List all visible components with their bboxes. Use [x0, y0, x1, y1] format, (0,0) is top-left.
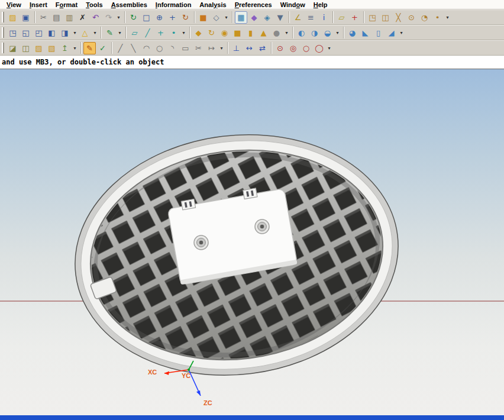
curve-dropdown-arrow[interactable]: ▾ [218, 42, 225, 54]
circle-three-point-icon[interactable]: ○ [300, 42, 312, 54]
finish-sketch-icon[interactable]: ✓ [96, 42, 109, 54]
view-front-icon[interactable]: ◧ [46, 27, 58, 39]
offset-surface-icon[interactable]: ↥ [59, 42, 71, 54]
snap-end-point-icon[interactable]: ◳ [366, 11, 379, 24]
ellipse-icon[interactable]: ◯ [313, 42, 325, 54]
sketch-active-icon[interactable]: ✎ [83, 42, 96, 54]
copy-icon[interactable]: ▤ [50, 11, 63, 24]
shaded-display-icon[interactable]: ■ [197, 11, 209, 24]
cut-icon[interactable]: ✂ [37, 11, 50, 24]
menu-format[interactable]: Format [51, 1, 82, 9]
graphics-window[interactable]: XC YC ZC [0, 69, 504, 415]
zoom-icon[interactable]: ⊕ [153, 11, 166, 24]
view-isometric-icon[interactable]: ◱ [20, 27, 32, 39]
part-model[interactable] [61, 117, 412, 393]
extrude-icon[interactable]: ◆ [192, 27, 205, 39]
chamfer-icon[interactable]: ◣ [359, 27, 371, 39]
save-icon[interactable]: ▣ [20, 11, 32, 24]
view-right-icon[interactable]: ◨ [59, 27, 71, 39]
open-icon[interactable]: ▨ [7, 11, 19, 24]
class-selection-icon[interactable]: ◈ [261, 11, 273, 24]
fit-view-icon[interactable]: □ [140, 11, 153, 24]
menu-insert[interactable]: Insert [25, 1, 51, 9]
trim-body-icon[interactable]: ◪ [7, 42, 19, 54]
paste-icon[interactable]: ▥ [63, 11, 76, 24]
view-trimetric-icon[interactable]: ◳ [7, 27, 19, 39]
draft-icon[interactable]: ◢ [385, 27, 398, 39]
command-dropdown-arrow[interactable]: ▾ [115, 11, 122, 24]
layer-settings-icon[interactable]: ≡ [305, 11, 317, 24]
datum-axis-icon[interactable]: ╱ [141, 27, 154, 39]
point-icon[interactable]: • [167, 27, 180, 39]
alert-triangle-icon[interactable]: △ [79, 27, 91, 39]
delete-icon[interactable]: ✗ [76, 11, 89, 24]
snap-point-icon[interactable]: ◆ [248, 11, 260, 24]
sphere-icon[interactable]: ● [270, 27, 283, 39]
view-top-icon[interactable]: ◰ [33, 27, 45, 39]
cone-icon[interactable]: ▲ [257, 27, 270, 39]
patch-icon[interactable]: ▨ [33, 42, 45, 54]
rotate-view-icon[interactable]: ↻ [179, 11, 192, 24]
sew-icon[interactable]: ▧ [46, 42, 58, 54]
menu-assemblies[interactable]: Assemblies [107, 1, 151, 9]
detail-dropdown-arrow[interactable]: ▾ [398, 27, 405, 39]
refresh-view-icon[interactable]: ↻ [127, 11, 140, 24]
dimensions-icon[interactable]: ↔ [243, 42, 256, 54]
menu-window[interactable]: Window [276, 1, 309, 9]
sketch-icon[interactable]: ✎ [104, 27, 116, 39]
block-icon[interactable]: ■ [231, 27, 244, 39]
split-body-icon[interactable]: ◫ [20, 42, 32, 54]
shell-icon[interactable]: ▯ [372, 27, 385, 39]
toolbar-grip[interactable] [2, 27, 4, 38]
alert-dropdown-arrow[interactable]: ▾ [92, 27, 98, 39]
fillet-icon[interactable]: ◝ [166, 42, 179, 54]
unite-icon[interactable]: ◐ [295, 27, 308, 39]
intersect-icon[interactable]: ◒ [321, 27, 334, 39]
measure-distance-icon[interactable]: ∠ [292, 11, 304, 24]
redo-icon[interactable]: ↷ [102, 11, 115, 24]
snap-center-icon[interactable]: ⊙ [405, 11, 418, 24]
feature-dropdown-arrow[interactable]: ▾ [283, 27, 290, 39]
circle-center-radius-icon[interactable]: ⊙ [274, 42, 286, 54]
toolbar-grip[interactable] [2, 12, 4, 22]
line-icon[interactable]: ╲ [127, 42, 140, 54]
wireframe-display-icon[interactable]: ◇ [210, 11, 222, 24]
quick-extend-icon[interactable]: ↦ [205, 42, 218, 54]
datum-csys-icon[interactable]: + [154, 27, 167, 39]
display-mode-dropdown-arrow[interactable]: ▾ [223, 11, 230, 24]
snap-quadrant-icon[interactable]: ◔ [418, 11, 431, 24]
boolean-dropdown-arrow[interactable]: ▾ [334, 27, 341, 39]
snap-dropdown-arrow[interactable]: ▾ [444, 11, 451, 24]
rectangle-icon[interactable]: ▭ [179, 42, 192, 54]
circle-two-point-icon[interactable]: ◎ [287, 42, 299, 54]
datum-plane-icon[interactable]: ▱ [128, 27, 141, 39]
edge-blend-icon[interactable]: ◕ [346, 27, 358, 39]
snap-existing-point-icon[interactable]: • [431, 11, 444, 24]
arc-icon[interactable]: ◠ [140, 42, 153, 54]
menu-help[interactable]: Help [309, 1, 332, 9]
undo-icon[interactable]: ↶ [89, 11, 102, 24]
quick-trim-icon[interactable]: ✂ [192, 42, 205, 54]
selection-mode-icon[interactable]: ▦ [235, 11, 247, 24]
constraints-icon[interactable]: ⊥ [230, 42, 243, 54]
menu-analysis[interactable]: Analysis [195, 1, 230, 9]
snap-intersection-icon[interactable]: ╳ [392, 11, 405, 24]
selection-filter-icon[interactable]: ▼ [274, 11, 286, 24]
surface-dropdown-arrow[interactable]: ▾ [72, 42, 78, 54]
view-orient-dropdown-arrow[interactable]: ▾ [72, 27, 78, 39]
auto-constrain-icon[interactable]: ⇄ [256, 42, 269, 54]
snap-mid-point-icon[interactable]: ◫ [379, 11, 392, 24]
profile-icon[interactable]: ╱ [114, 42, 127, 54]
sketch-dropdown-arrow[interactable]: ▾ [117, 27, 123, 39]
wcs-display-icon[interactable]: + [348, 11, 361, 24]
circle-icon[interactable]: ○ [153, 42, 166, 54]
subtract-icon[interactable]: ◑ [308, 27, 321, 39]
datum-dropdown-arrow[interactable]: ▾ [180, 27, 187, 39]
cylinder-icon[interactable]: ▮ [244, 27, 257, 39]
information-icon[interactable]: i [318, 11, 330, 24]
datum-display-icon[interactable]: ▱ [335, 11, 348, 24]
hole-icon[interactable]: ◉ [218, 27, 231, 39]
pan-icon[interactable]: + [166, 11, 179, 24]
conic-dropdown-arrow[interactable]: ▾ [326, 42, 332, 54]
toolbar-grip[interactable] [2, 43, 4, 53]
